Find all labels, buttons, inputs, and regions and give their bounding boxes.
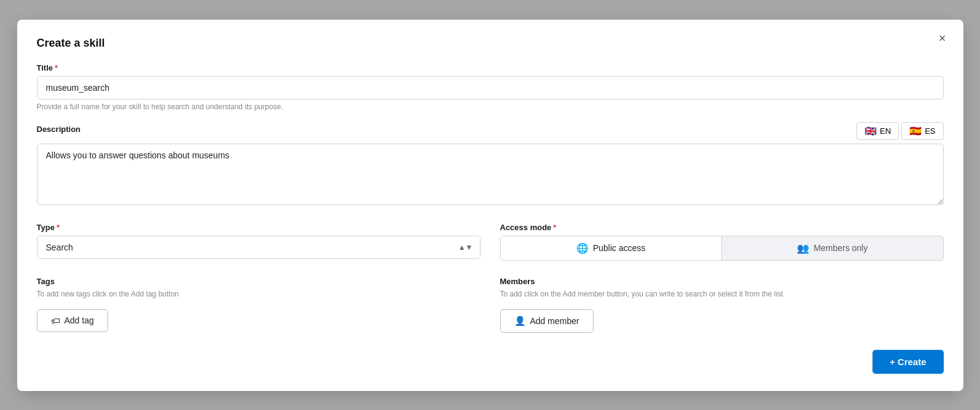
create-skill-modal: × Create a skill Title * Provide a full … xyxy=(17,20,963,391)
lang-tab-es[interactable]: 🇪🇸 ES xyxy=(901,122,943,140)
modal-overlay: × Create a skill Title * Provide a full … xyxy=(0,0,980,410)
modal-footer: + Create xyxy=(37,350,944,374)
public-access-button[interactable]: 🌐 Public access xyxy=(501,236,723,260)
en-label: EN xyxy=(880,126,891,136)
tags-hint: To add new tags click on the Add tag but… xyxy=(37,290,480,298)
description-header: Description 🇬🇧 EN 🇪🇸 ES xyxy=(37,122,944,140)
tags-section: Tags To add new tags click on the Add ta… xyxy=(37,277,480,333)
add-member-button[interactable]: 👤 Add member xyxy=(500,309,594,333)
members-only-label: Members only xyxy=(813,243,868,253)
description-section: Description 🇬🇧 EN 🇪🇸 ES Allows you to an… xyxy=(37,122,944,207)
access-mode-group: 🌐 Public access 👥 Members only xyxy=(500,236,944,261)
members-label: Members xyxy=(500,277,944,286)
member-icon: 👤 xyxy=(514,315,526,327)
access-mode-required-star: * xyxy=(553,223,556,232)
members-hint: To add click on the Add member button, y… xyxy=(500,290,944,298)
en-flag-icon: 🇬🇧 xyxy=(864,125,877,137)
modal-title: Create a skill xyxy=(37,37,944,50)
es-label: ES xyxy=(925,126,935,136)
title-label: Title * xyxy=(37,63,944,72)
add-tag-label: Add tag xyxy=(65,315,94,325)
access-mode-label: Access mode * xyxy=(500,223,944,232)
es-flag-icon: 🇪🇸 xyxy=(909,125,922,137)
lang-tab-en[interactable]: 🇬🇧 EN xyxy=(857,122,899,140)
type-select-wrapper: Search Q&A Action ▲▼ xyxy=(37,236,480,259)
tags-members-section: Tags To add new tags click on the Add ta… xyxy=(37,277,944,333)
members-only-button[interactable]: 👥 Members only xyxy=(722,236,943,260)
globe-icon: 🌐 xyxy=(576,242,589,254)
close-button[interactable]: × xyxy=(935,31,950,45)
type-label: Type * xyxy=(37,223,480,232)
add-member-label: Add member xyxy=(530,316,579,326)
members-icon: 👥 xyxy=(797,242,809,254)
title-hint: Provide a full name for your skill to he… xyxy=(37,102,944,111)
access-mode-section: Access mode * 🌐 Public access 👥 Members … xyxy=(500,223,944,261)
type-select[interactable]: Search Q&A Action xyxy=(37,236,480,259)
members-section: Members To add click on the Add member b… xyxy=(500,277,944,333)
type-required-star: * xyxy=(57,223,60,232)
add-tag-button[interactable]: 🏷 Add tag xyxy=(37,309,108,332)
title-input[interactable] xyxy=(37,76,944,99)
create-button[interactable]: + Create xyxy=(872,350,944,374)
description-label: Description xyxy=(37,125,81,134)
public-access-label: Public access xyxy=(593,243,646,253)
tags-label: Tags xyxy=(37,277,480,286)
lang-tabs: 🇬🇧 EN 🇪🇸 ES xyxy=(857,122,943,140)
description-textarea[interactable]: Allows you to answer questions about mus… xyxy=(37,144,944,205)
two-col-section: Type * Search Q&A Action ▲▼ Access mode … xyxy=(37,223,944,261)
title-section: Title * Provide a full name for your ski… xyxy=(37,63,944,111)
type-section: Type * Search Q&A Action ▲▼ xyxy=(37,223,480,261)
title-required-star: * xyxy=(55,63,58,72)
tag-icon: 🏷 xyxy=(51,315,60,326)
